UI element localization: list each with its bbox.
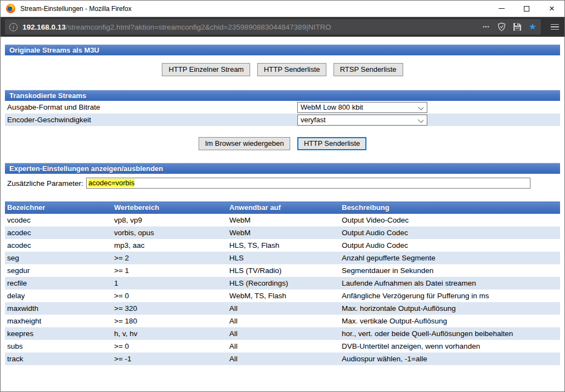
encoder-speed-value: veryfast xyxy=(301,116,326,124)
url-text[interactable]: 192.168.0.13/streamconfig2.html?aktion=s… xyxy=(22,23,477,31)
cell-range: 1 xyxy=(112,277,227,289)
cell-applies: All xyxy=(227,353,340,365)
url-bar[interactable]: i 192.168.0.13/streamconfig2.html?aktion… xyxy=(5,19,541,35)
http-single-stream-button[interactable]: HTTP Einzelner Stream xyxy=(162,63,250,76)
col-header-beschreibung: Beschreibung xyxy=(340,202,560,214)
url-host: 192.168.0.13 xyxy=(22,23,66,31)
table-row: track>= -1AllAudiospur wählen, -1=alle xyxy=(5,353,560,365)
section-header-original-streams[interactable]: Originale Streams als M3U xyxy=(5,44,560,55)
cell-param: acodec xyxy=(5,226,112,239)
col-header-anwendbar: Anwendbar auf xyxy=(227,202,340,214)
encoder-speed-select[interactable]: veryfast xyxy=(297,115,427,126)
table-row: acodecvorbis, opusWebMOutput Audio Codec xyxy=(5,226,560,239)
maximize-button[interactable] xyxy=(514,1,539,16)
cell-range: >= 180 xyxy=(112,315,227,327)
cell-applies: All xyxy=(227,302,340,315)
http-channel-list-transcoded-button[interactable]: HTTP Senderliste xyxy=(297,137,366,150)
rtsp-channel-list-button[interactable]: RTSP Senderliste xyxy=(334,63,403,76)
cell-param: vcodec xyxy=(5,214,112,226)
cell-param: track xyxy=(5,353,112,365)
transcoded-streams-buttons: Im Browser wiedergeben HTTP Senderliste xyxy=(5,137,560,150)
section-header-transcoded-streams[interactable]: Transkodierte Streams xyxy=(5,90,560,101)
bookmark-star-icon[interactable]: ★ xyxy=(529,22,536,31)
cell-description: Anfängliche Verzögerung für Pufferung in… xyxy=(340,289,560,302)
browser-window: Stream-Einstellungen - Mozilla Firefox ×… xyxy=(0,0,565,392)
url-path: /streamconfig2.html?aktion=streamconfig2… xyxy=(66,23,331,31)
table-row: maxheight>= 180AllMax. vertikale Output-… xyxy=(5,315,560,327)
table-header-row: Bezeichner Wertebereich Anwendbar auf Be… xyxy=(5,202,560,214)
cell-applies: WebM xyxy=(227,226,340,239)
additional-parameters-label: Zusätzliche Parameter: xyxy=(5,179,86,188)
chevron-down-icon xyxy=(418,117,423,122)
cell-applies: HLS, TS, Flash xyxy=(227,239,340,252)
cell-param: maxheight xyxy=(5,315,112,327)
table-row: delay>= 0WebM, TS, FlashAnfängliche Verz… xyxy=(5,289,560,302)
param-table-body: vcodecvp8, vp9WebMOutput Video-Codecacod… xyxy=(5,214,560,365)
close-icon: × xyxy=(549,4,555,13)
section-header-expert-settings[interactable]: Experten-Einstellungen anzeigen/ausblend… xyxy=(5,163,560,174)
navigation-toolbar: i 192.168.0.13/streamconfig2.html?aktion… xyxy=(1,17,564,37)
original-streams-buttons: HTTP Einzelner Stream HTTP Senderliste R… xyxy=(5,63,560,76)
cell-param: recfile xyxy=(5,277,112,289)
table-row: recfile1HLS (Recordings)Laufende Aufnahm… xyxy=(5,277,560,289)
titlebar: Stream-Einstellungen - Mozilla Firefox × xyxy=(1,1,564,17)
table-row: vcodecvp8, vp9WebMOutput Video-Codec xyxy=(5,214,560,226)
selected-text: acodec=vorbis xyxy=(88,179,134,187)
parameter-table: Bezeichner Wertebereich Anwendbar auf Be… xyxy=(5,201,560,365)
cell-applies: HLS xyxy=(227,252,340,264)
cell-description: Audiospur wählen, -1=alle xyxy=(340,353,560,365)
output-format-select[interactable]: WebM Low 800 kbit xyxy=(297,102,427,113)
cell-applies: WebM xyxy=(227,214,340,226)
additional-parameters-input[interactable]: acodec=vorbis xyxy=(86,178,530,189)
cell-param: delay xyxy=(5,289,112,302)
minimize-button[interactable] xyxy=(489,1,514,16)
cell-description: Output Audio Codec xyxy=(340,239,560,252)
cell-range: >= 0 xyxy=(112,340,227,353)
cell-range: vorbis, opus xyxy=(112,226,227,239)
encoder-speed-label: Encoder-Geschwindigkeit xyxy=(5,116,297,124)
table-row: seg>= 2HLSAnzahl gepufferte Segmente xyxy=(5,252,560,264)
cell-applies: All xyxy=(227,315,340,327)
cell-param: keepres xyxy=(5,327,112,340)
cell-param: seg xyxy=(5,252,112,264)
cell-range: >= -1 xyxy=(112,353,227,365)
cell-range: vp8, vp9 xyxy=(112,214,227,226)
cell-description: Output Audio Codec xyxy=(340,226,560,239)
encoder-speed-row: Encoder-Geschwindigkeit veryfast xyxy=(5,113,560,126)
save-icon[interactable] xyxy=(513,23,521,31)
urlbar-actions: ••• ★ xyxy=(483,22,536,31)
cell-applies: HLS (TV/Radio) xyxy=(227,264,340,277)
cell-description: Anzahl gepufferte Segmente xyxy=(340,252,560,264)
cell-range: >= 320 xyxy=(112,302,227,315)
cell-applies: HLS (Recordings) xyxy=(227,277,340,289)
page-actions-icon[interactable]: ••• xyxy=(483,24,489,30)
cell-range: mp3, aac xyxy=(112,239,227,252)
cell-range: >= 2 xyxy=(112,252,227,264)
cell-applies: WebM, TS, Flash xyxy=(227,289,340,302)
cell-applies: All xyxy=(227,340,340,353)
menu-hamburger-icon[interactable] xyxy=(549,22,561,32)
play-in-browser-button[interactable]: Im Browser wiedergeben xyxy=(199,137,291,150)
cell-description: Laufende Aufnahmen als Datei streamen xyxy=(340,277,560,289)
site-info-icon[interactable]: i xyxy=(9,23,18,31)
close-button[interactable]: × xyxy=(539,1,564,16)
cell-range: h, v, hv xyxy=(112,327,227,340)
table-row: acodecmp3, aacHLS, TS, FlashOutput Audio… xyxy=(5,239,560,252)
table-row: keepresh, v, hvAllhor., vert. oder beide… xyxy=(5,327,560,340)
table-row: maxwidth>= 320AllMax. horizontale Output… xyxy=(5,302,560,315)
minimize-icon xyxy=(499,8,505,9)
cell-description: Max. vertikale Output-Auflösung xyxy=(340,315,560,327)
chevron-down-icon xyxy=(418,104,423,110)
cell-description: Max. horizontale Output-Auflösung xyxy=(340,302,560,315)
window-title: Stream-Einstellungen - Mozilla Firefox xyxy=(20,5,489,13)
http-channel-list-button[interactable]: HTTP Senderliste xyxy=(257,63,326,76)
tracking-protection-shield-icon[interactable] xyxy=(498,22,506,31)
cell-param: subs xyxy=(5,340,112,353)
output-format-label: Ausgabe-Format und Bitrate xyxy=(5,103,297,111)
cell-applies: All xyxy=(227,327,340,340)
output-format-value: WebM Low 800 kbit xyxy=(301,103,363,111)
cell-param: maxwidth xyxy=(5,302,112,315)
additional-parameters-row: Zusätzliche Parameter: acodec=vorbis xyxy=(5,176,560,190)
col-header-bezeichner: Bezeichner xyxy=(5,202,112,214)
table-row: segdur>= 1HLS (TV/Radio)Segmentdauer in … xyxy=(5,264,560,277)
